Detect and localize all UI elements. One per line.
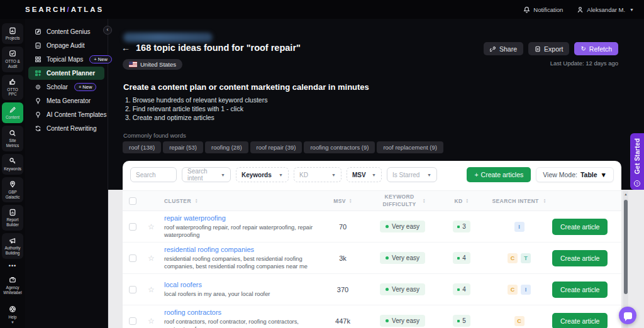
last-update-text: Last Update: 12 days ago: [550, 60, 618, 67]
notification-label: Notification: [533, 6, 563, 13]
get-started-tab[interactable]: Get Started ?: [630, 133, 644, 190]
create-article-button[interactable]: Create article: [552, 282, 608, 298]
kd-badge: 5: [453, 315, 470, 327]
magnifier-icon: [9, 129, 17, 137]
hero-heading: Create a content plan or content marketi…: [123, 82, 369, 92]
word-tag[interactable]: roofing contractors (9): [304, 141, 375, 153]
star-icon[interactable]: ☆: [148, 285, 155, 294]
sort-icon[interactable]: [543, 199, 547, 204]
rail-item-projects[interactable]: Projects: [2, 23, 23, 44]
notification-button[interactable]: Notification: [523, 6, 563, 13]
star-icon[interactable]: ☆: [148, 254, 155, 263]
row-checkbox[interactable]: [129, 317, 136, 325]
rail-item-report-builder[interactable]: Report Builder: [2, 205, 23, 231]
redacted-blur: [123, 33, 213, 42]
sort-icon[interactable]: [423, 199, 426, 204]
sidebar-item-meta-generator[interactable]: Meta Generator: [28, 94, 104, 107]
refresh-icon: ↻: [580, 45, 586, 52]
keywords-filter[interactable]: Keywords▼: [236, 167, 289, 182]
view-mode-select[interactable]: View Mode: Table ▼: [536, 167, 614, 182]
audit-icon: [9, 50, 17, 58]
chevron-down-icon: ▼: [331, 173, 336, 177]
rail-item-gbp-galactic[interactable]: GBP Galactic: [2, 177, 23, 203]
cluster-link[interactable]: residential roofing companies: [164, 246, 254, 253]
kd-filter[interactable]: KD▼: [294, 167, 341, 182]
green-dot-icon: [457, 226, 460, 228]
header-intent: Search Intent: [492, 198, 538, 204]
sort-icon[interactable]: [349, 199, 352, 204]
rail-item-otto-ppc[interactable]: OTTO PPC: [2, 75, 23, 101]
kd-badge: 4: [453, 283, 470, 295]
rail-item-help[interactable]: Help ▼: [2, 302, 23, 328]
star-icon[interactable]: ☆: [148, 317, 155, 325]
chevron-down-icon: ▼: [427, 173, 431, 177]
cluster-keywords: roof waterproofing repair, roof repair w…: [164, 224, 318, 239]
searchatlas-logo[interactable]: SEARCH/ATLAS: [25, 6, 104, 13]
cluster-keywords: roof contractors, roof contractor, roofi…: [164, 318, 318, 328]
grid-icon: [34, 56, 42, 63]
rail-item-authority-building[interactable]: Authority Building: [2, 233, 23, 259]
sidebar-item-content-rewriting[interactable]: Content Rewriting: [28, 122, 104, 135]
kd-badge: 3: [453, 221, 470, 232]
user-menu[interactable]: Aleksandar M. ▼: [577, 6, 634, 13]
word-tag[interactable]: roofing (28): [205, 141, 248, 153]
back-arrow-icon[interactable]: ←: [121, 43, 130, 53]
refresh-icon: [34, 125, 42, 133]
row-checkbox[interactable]: [129, 254, 136, 262]
filter-bar: Search intent▼ Keywords▼ KD▼ MSV▼ Is Sta…: [123, 161, 621, 188]
msv-value: 3k: [318, 254, 368, 262]
sidebar-item-topical-maps[interactable]: Topical Maps + New: [28, 53, 104, 66]
refetch-button[interactable]: ↻ Refetch: [574, 42, 618, 55]
export-button[interactable]: Export: [528, 42, 569, 55]
cluster-link[interactable]: roofing contractors: [164, 309, 221, 316]
sidebar-item-content-planner[interactable]: Content Planner: [28, 67, 104, 80]
sidebar-item-content-genius[interactable]: Content Genius: [28, 25, 104, 38]
select-all-checkbox[interactable]: [129, 197, 136, 205]
scholar-burst-icon: [34, 84, 42, 91]
header-cluster: Cluster: [164, 198, 191, 204]
more-options-icon[interactable]: •••: [9, 263, 16, 269]
intent-badge-transactional: T: [521, 253, 531, 263]
word-tag[interactable]: roof replacement (9): [377, 141, 443, 153]
create-articles-button[interactable]: +Create articles: [467, 167, 531, 182]
link-icon: [490, 46, 496, 52]
sidebar-collapse-button[interactable]: ‹: [103, 26, 112, 35]
pencil-square-icon: [34, 28, 42, 36]
cluster-keywords: local roofers in my area, your local roo…: [164, 290, 270, 298]
search-intent-filter[interactable]: Search intent▼: [182, 167, 231, 182]
word-tag[interactable]: roof (138): [123, 141, 161, 153]
chat-widget-button[interactable]: [619, 307, 636, 324]
star-icon[interactable]: ☆: [148, 222, 155, 231]
rail-item-otto-audit[interactable]: OTTO & Audit: [2, 46, 23, 72]
scrollbar-up-arrow[interactable]: ▲: [623, 192, 628, 197]
projects-icon: [9, 26, 17, 35]
msv-value: 70: [318, 223, 368, 231]
cluster-link[interactable]: repair waterproofing: [164, 214, 226, 222]
share-button[interactable]: Share: [484, 42, 523, 55]
word-tag[interactable]: roof repair (39): [250, 141, 303, 153]
row-checkbox[interactable]: [129, 286, 136, 293]
is-starred-filter[interactable]: Is Starred▼: [387, 167, 437, 182]
word-tag[interactable]: repair (53): [163, 141, 203, 153]
create-article-button[interactable]: Create article: [552, 219, 608, 235]
cluster-link[interactable]: local roofers: [164, 281, 202, 288]
create-article-button[interactable]: Create article: [552, 250, 608, 266]
scrollbar-thumb[interactable]: [624, 200, 628, 294]
kd-badge: 4: [453, 252, 470, 264]
rail-item-agency-whitelabel[interactable]: Agency Whitelabel: [2, 273, 23, 298]
sort-icon[interactable]: [195, 199, 198, 204]
sidebar-item-onpage-audit[interactable]: Onpage Audit: [28, 39, 104, 52]
chevron-down-icon: ▼: [11, 320, 14, 324]
step-item: Create and optimize articles: [125, 113, 267, 122]
difficulty-badge: Very easy: [380, 252, 425, 264]
rail-item-content[interactable]: Content: [2, 102, 23, 123]
rail-item-site-metrics[interactable]: Site Metrics: [2, 126, 23, 151]
create-article-button[interactable]: Create article: [552, 313, 608, 328]
search-input[interactable]: [130, 167, 177, 182]
sort-icon[interactable]: [466, 199, 469, 204]
rail-item-keywords[interactable]: Keywords: [2, 154, 23, 175]
sidebar-item-scholar[interactable]: Scholar + New: [28, 80, 104, 94]
row-checkbox[interactable]: [129, 223, 136, 231]
sidebar-item-ai-content-templates[interactable]: AI Content Templates: [28, 108, 104, 121]
msv-filter[interactable]: MSV▼: [347, 167, 382, 182]
